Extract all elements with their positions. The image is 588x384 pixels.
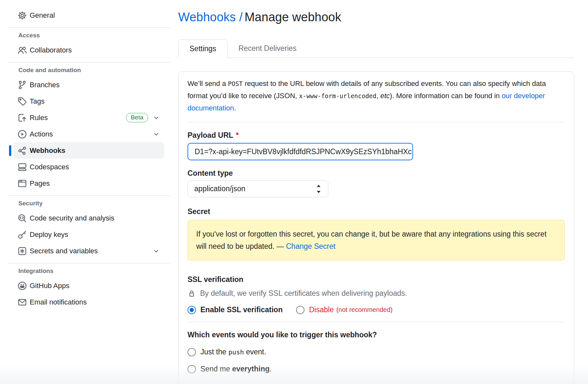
- payload-url-input[interactable]: D1=?x-api-key=FUtvBV8vjlkfdfdfdRSJPNCwX9…: [188, 143, 413, 160]
- disable-ssl-radio[interactable]: [296, 306, 304, 314]
- event-option-everything: Send me everything.: [188, 365, 565, 373]
- tag-icon: [17, 97, 27, 106]
- codespaces-icon: [17, 162, 27, 172]
- event-option-push: Just the push event.: [188, 348, 565, 356]
- sidebar-divider: [8, 195, 171, 196]
- tabnav: Settings Recent Deliveries: [178, 39, 574, 58]
- sidebar-item-label: Secrets and variables: [30, 247, 98, 255]
- secret-warning-text: If you've lost or forgotten this secret,…: [196, 230, 546, 250]
- sidebar-item-secrets-and-variables[interactable]: Secrets and variables: [14, 243, 164, 259]
- sidebar-item-label: Codespaces: [30, 163, 69, 171]
- sidebar-item-github-apps[interactable]: GitHub Apps: [14, 277, 164, 294]
- sidebar-item-label: Pages: [30, 179, 50, 188]
- ssl-note-text: By default, we verify SSL certificates w…: [200, 289, 407, 298]
- chevron-down-icon: [153, 248, 160, 255]
- sidebar-item-label: Email notifications: [30, 298, 87, 306]
- sidebar-item-tags[interactable]: Tags: [14, 93, 164, 109]
- sidebar-item-collaborators[interactable]: Collaborators: [14, 42, 164, 58]
- key-icon: [17, 230, 27, 239]
- webhook-description: We’ll send a POST request to the URL bel…: [188, 78, 565, 114]
- sidebar-item-webhooks[interactable]: Webhooks: [14, 142, 164, 159]
- sidebar-item-label: Tags: [30, 97, 44, 106]
- section-divider: [188, 322, 565, 322]
- content-type-label: Content type: [188, 169, 565, 178]
- send-everything-label: Send me everything.: [200, 365, 272, 373]
- sidebar-item-deploy-keys[interactable]: Deploy keys: [14, 226, 164, 243]
- page-title-current: Manage webhook: [245, 10, 341, 24]
- settings-sidebar: GeneralAccessCollaboratorsCode and autom…: [0, 0, 171, 384]
- breadcrumb-webhooks-link[interactable]: Webhooks /: [178, 10, 243, 24]
- sidebar-item-general[interactable]: General: [14, 7, 164, 23]
- payload-url-value: D1=?x-api-key=FUtvBV8vjlkfdfdfd: [195, 147, 306, 156]
- etc-italic: etc: [380, 92, 390, 100]
- content-type-value: application/json: [194, 184, 246, 193]
- payload-url-label: Payload URL*: [188, 131, 565, 140]
- beta-badge: Beta: [126, 113, 148, 123]
- sidebar-item-label: GitHub Apps: [30, 282, 70, 290]
- just-push-label: Just the push event.: [200, 348, 266, 356]
- rules-icon: [17, 113, 27, 123]
- webhook-icon: [17, 146, 27, 155]
- push-code: push: [228, 348, 244, 356]
- sidebar-item-label: Deploy keys: [30, 230, 68, 239]
- just-push-text: event.: [244, 348, 266, 356]
- just-push-radio[interactable]: [188, 348, 196, 356]
- secret-warning-box: If you've lost or forgotten this secret,…: [188, 220, 565, 260]
- send-everything-text: Send me: [200, 365, 232, 373]
- send-everything-text: .: [270, 365, 272, 373]
- sidebar-item-email-notifications[interactable]: Email notifications: [14, 294, 164, 310]
- repo-settings-page: GeneralAccessCollaboratorsCode and autom…: [0, 0, 588, 384]
- page-title: Webhooks /Manage webhook: [178, 8, 574, 26]
- ssl-note: By default, we verify SSL certificates w…: [188, 289, 565, 298]
- send-everything-radio[interactable]: [188, 365, 196, 373]
- just-push-text: Just the: [200, 348, 228, 356]
- sidebar-item-label: General: [30, 11, 55, 20]
- sidebar-item-code-security-and-analysis[interactable]: Code security and analysis: [14, 210, 164, 226]
- sidebar-section-header: Access: [18, 32, 171, 39]
- content-type-select[interactable]: application/json: [188, 180, 328, 197]
- disable-ssl-label: Disable: [309, 305, 334, 314]
- tab-settings[interactable]: Settings: [178, 39, 227, 58]
- mail-icon: [17, 297, 27, 307]
- sidebar-item-label: Webhooks: [30, 146, 65, 155]
- sidebar-item-actions[interactable]: Actions: [14, 126, 164, 142]
- sidebar-divider: [8, 62, 171, 62]
- ssl-radio-group: Enable SSL verification Disable (not rec…: [188, 305, 565, 314]
- tab-recent-deliveries[interactable]: Recent Deliveries: [227, 39, 307, 58]
- required-asterisk: *: [236, 131, 239, 139]
- sidebar-item-label: Actions: [30, 130, 53, 138]
- post-code: POST: [228, 80, 243, 87]
- sidebar-item-label: Code security and analysis: [30, 214, 114, 222]
- payload-url-label-text: Payload URL: [188, 131, 233, 139]
- change-secret-link[interactable]: Change Secret: [286, 242, 335, 250]
- description-text: We’ll send a: [188, 80, 228, 88]
- ssl-verification-heading: SSL verification: [188, 275, 565, 284]
- sidebar-item-branches[interactable]: Branches: [14, 77, 164, 93]
- urlencoded-code: x-www-form-urlencoded: [299, 92, 376, 99]
- sidebar-section-header: Security: [18, 200, 171, 207]
- active-indicator: [9, 145, 11, 156]
- sidebar-item-label: Branches: [30, 81, 60, 89]
- sidebar-item-codespaces[interactable]: Codespaces: [14, 159, 164, 175]
- description-text: ,: [376, 92, 380, 100]
- sidebar-divider: [8, 27, 171, 28]
- pages-icon: [17, 179, 27, 188]
- codescan-icon: [17, 213, 27, 223]
- sidebar-section-header: Integrations: [18, 267, 171, 275]
- sidebar-item-rules[interactable]: RulesBeta: [14, 109, 164, 126]
- chevron-down-icon: [153, 131, 160, 138]
- everything-bold: everything: [232, 365, 269, 373]
- description-text: ). More information can be found in: [390, 92, 502, 100]
- sidebar-item-label: Collaborators: [30, 46, 72, 54]
- sidebar-item-label: Rules: [30, 114, 48, 122]
- sidebar-divider: [8, 263, 171, 263]
- main-content: Webhooks /Manage webhook Settings Recent…: [171, 0, 588, 384]
- people-icon: [17, 45, 27, 55]
- enable-ssl-radio[interactable]: [188, 306, 196, 314]
- sidebar-item-pages[interactable]: Pages: [14, 175, 164, 192]
- events-question: Which events would you like to trigger t…: [188, 331, 565, 339]
- lock-icon: [188, 289, 196, 298]
- gear-icon: [17, 11, 27, 20]
- description-text: .: [234, 104, 236, 112]
- secret-label: Secret: [188, 207, 565, 216]
